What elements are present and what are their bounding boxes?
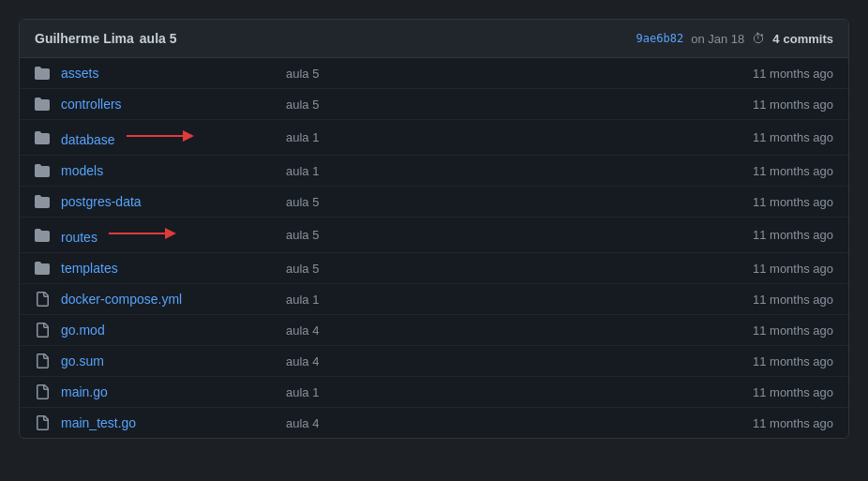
commit-message: aula 1 xyxy=(271,385,721,399)
file-name[interactable]: database xyxy=(61,128,271,147)
table-row: main.goaula 111 months ago xyxy=(20,377,848,408)
table-row: routes aula 511 months ago xyxy=(20,218,848,253)
table-row: templatesaula 511 months ago xyxy=(20,253,848,284)
file-age: 11 months ago xyxy=(721,164,833,178)
header-author-info: Guilherme Lima aula 5 xyxy=(35,31,177,46)
author-name[interactable]: Guilherme Lima xyxy=(35,31,134,46)
table-row: assetsaula 511 months ago xyxy=(20,58,848,89)
file-list: assetsaula 511 months ago controllersaul… xyxy=(20,58,848,438)
file-name[interactable]: assets xyxy=(61,66,271,81)
file-name[interactable]: main_test.go xyxy=(61,415,271,430)
commit-message: aula 1 xyxy=(271,164,721,178)
table-row: go.sumaula 411 months ago xyxy=(20,346,848,377)
table-row: modelsaula 111 months ago xyxy=(20,156,848,187)
file-age: 11 months ago xyxy=(721,385,833,399)
file-name[interactable]: controllers xyxy=(61,97,271,112)
file-icon xyxy=(35,292,61,307)
table-row: postgres-dataaula 511 months ago xyxy=(20,187,848,218)
file-age: 11 months ago xyxy=(721,262,833,276)
file-age: 11 months ago xyxy=(721,195,833,209)
table-row: docker-compose.ymlaula 111 months ago xyxy=(20,284,848,315)
file-name[interactable]: go.mod xyxy=(61,323,271,338)
commit-message: aula 5 xyxy=(271,228,721,242)
file-age: 11 months ago xyxy=(721,293,833,307)
red-arrow-annotation xyxy=(123,128,198,144)
file-name[interactable]: templates xyxy=(61,261,271,276)
commit-date: on Jan 18 xyxy=(691,32,744,46)
file-table: Guilherme Lima aula 5 9ae6b82 on Jan 18 … xyxy=(19,19,849,439)
commit-message: aula 5 xyxy=(271,67,721,81)
commit-hash[interactable]: 9ae6b82 xyxy=(636,32,684,45)
file-age: 11 months ago xyxy=(721,416,833,430)
folder-icon xyxy=(35,163,61,178)
file-name[interactable]: main.go xyxy=(61,384,271,399)
commit-message: aula 4 xyxy=(271,354,721,368)
commits-count: 4 xyxy=(772,32,779,46)
folder-icon xyxy=(35,130,61,145)
commit-message: aula 1 xyxy=(271,293,721,307)
file-name[interactable]: docker-compose.yml xyxy=(61,292,271,307)
file-age: 11 months ago xyxy=(721,98,833,112)
file-age: 11 months ago xyxy=(721,354,833,368)
file-icon xyxy=(35,323,61,338)
red-arrow-annotation xyxy=(105,225,180,242)
table-header: Guilherme Lima aula 5 9ae6b82 on Jan 18 … xyxy=(20,20,848,58)
file-icon xyxy=(35,384,61,399)
header-commit-info: 9ae6b82 on Jan 18 ⏱ 4 commits xyxy=(636,31,833,46)
file-age: 11 months ago xyxy=(721,130,833,144)
file-age: 11 months ago xyxy=(721,323,833,338)
commit-message: aula 1 xyxy=(271,130,721,144)
commit-message: aula 5 xyxy=(271,262,721,276)
file-age: 11 months ago xyxy=(721,67,833,81)
file-name[interactable]: models xyxy=(61,163,271,178)
file-name[interactable]: go.sum xyxy=(61,353,271,368)
clock-icon: ⏱ xyxy=(752,31,765,46)
folder-icon xyxy=(35,97,61,112)
commit-message: aula 5 xyxy=(271,195,721,209)
file-icon xyxy=(35,415,61,430)
commits-link[interactable]: 4 commits xyxy=(772,32,833,46)
table-row: go.modaula 411 months ago xyxy=(20,315,848,346)
file-name[interactable]: postgres-data xyxy=(61,194,271,209)
commit-message: aula 4 xyxy=(271,323,721,338)
folder-icon xyxy=(35,194,61,209)
file-age: 11 months ago xyxy=(721,228,833,242)
table-row: controllersaula 511 months ago xyxy=(20,89,848,120)
commits-label: commits xyxy=(784,32,833,46)
file-name[interactable]: routes xyxy=(61,225,271,245)
table-row: main_test.goaula 411 months ago xyxy=(20,408,848,438)
table-row: database aula 111 months ago xyxy=(20,120,848,156)
folder-icon xyxy=(35,66,61,81)
commit-message: aula 4 xyxy=(271,416,721,430)
folder-icon xyxy=(35,261,61,276)
folder-icon xyxy=(35,228,61,243)
commit-message: aula 5 xyxy=(271,98,721,112)
branch-name: aula 5 xyxy=(140,31,177,46)
file-icon xyxy=(35,353,61,368)
